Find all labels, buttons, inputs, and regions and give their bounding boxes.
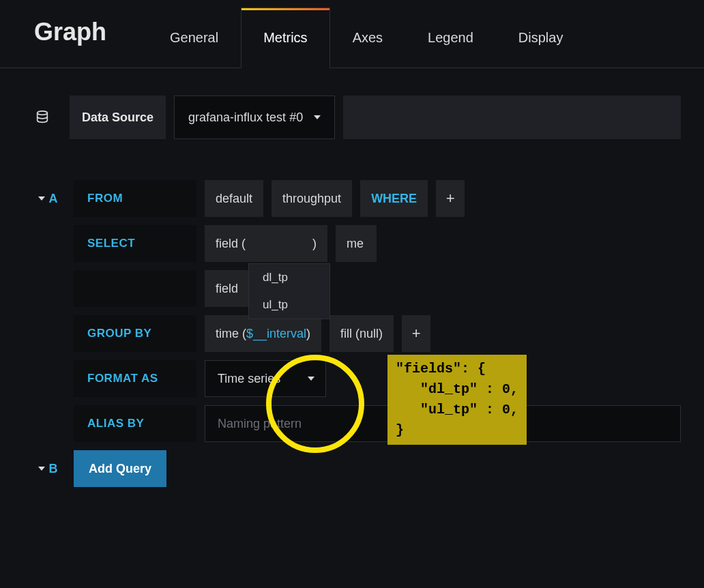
panel-type-title: Graph xyxy=(34,0,147,68)
query-a-id: A xyxy=(49,192,58,206)
panel-tabs: General Metrics Axes Legend Display xyxy=(147,0,585,68)
fields-json-tooltip: "fields": { "dl_tp" : 0, "ul_tp" : 0, } xyxy=(387,355,527,445)
row-spacer xyxy=(30,360,65,397)
groupby-label: GROUP BY xyxy=(74,315,196,352)
chevron-down-icon xyxy=(308,377,314,381)
datasource-selected: grafana-influx test #0 xyxy=(188,111,303,125)
groupby-fill[interactable]: fill (null) xyxy=(329,315,394,352)
from-policy[interactable]: default xyxy=(205,180,263,217)
query-a-toggle[interactable]: A xyxy=(30,180,65,217)
format-select[interactable]: Time series xyxy=(205,360,326,397)
tab-display[interactable]: Display xyxy=(496,8,586,68)
panel-editor-header: Graph General Metrics Axes Legend Displa… xyxy=(0,0,704,68)
row-spacer xyxy=(30,405,65,442)
datasource-select[interactable]: grafana-influx test #0 xyxy=(174,95,335,139)
query-b-toggle[interactable]: B xyxy=(30,450,65,487)
field-autocomplete-dropdown: dl_tp ul_tp xyxy=(248,263,330,319)
field-option-dl_tp[interactable]: dl_tp xyxy=(249,264,329,291)
datasource-icon xyxy=(23,95,61,139)
where-add-button[interactable]: + xyxy=(436,180,465,217)
chevron-down-icon xyxy=(314,115,321,119)
row-spacer xyxy=(30,315,65,352)
select-label-empty: . xyxy=(74,270,196,307)
tab-metrics[interactable]: Metrics xyxy=(241,8,329,68)
chevron-down-icon xyxy=(38,467,45,471)
tab-legend[interactable]: Legend xyxy=(405,8,496,68)
field-option-ul_tp[interactable]: ul_tp xyxy=(249,291,329,319)
chevron-down-icon xyxy=(38,196,45,201)
datasource-label: Data Source xyxy=(70,95,166,139)
tab-general[interactable]: General xyxy=(147,8,241,68)
groupby-time[interactable]: time ($__interval) xyxy=(205,315,321,352)
select-label: SELECT xyxy=(74,225,196,262)
select-field-1[interactable]: field ( ) xyxy=(205,225,327,262)
format-value: Time series xyxy=(218,372,280,386)
where-keyword[interactable]: WHERE xyxy=(360,180,428,217)
format-label: FORMAT AS xyxy=(74,360,196,397)
from-label: FROM xyxy=(74,180,196,217)
alias-label: ALIAS BY xyxy=(74,405,196,442)
row-spacer xyxy=(30,225,65,262)
tab-axes[interactable]: Axes xyxy=(330,8,405,68)
select-aggregation-1[interactable]: me xyxy=(336,225,377,262)
datasource-spacer xyxy=(343,95,681,139)
row-spacer xyxy=(30,270,65,307)
from-measurement[interactable]: throughput xyxy=(272,180,352,217)
add-query-button[interactable]: Add Query xyxy=(74,450,166,487)
groupby-add-button[interactable]: + xyxy=(402,315,430,352)
datasource-row: Data Source grafana-influx test #0 xyxy=(23,95,681,139)
query-b-id: B xyxy=(49,462,58,476)
svg-point-0 xyxy=(38,111,48,115)
